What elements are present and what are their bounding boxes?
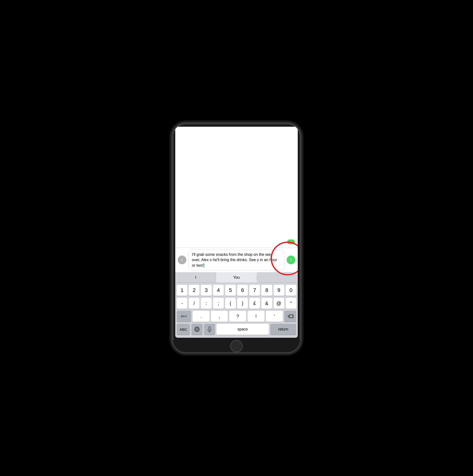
send-arrow-icon: ↑ xyxy=(290,257,292,262)
key-dash[interactable]: - xyxy=(177,298,187,309)
keyboard-row-special: #+= . , ? ! ' xyxy=(177,311,296,322)
keyboard: 1 2 3 4 5 6 7 8 9 0 - / : ; ( ) £ & xyxy=(175,283,298,338)
key-period[interactable]: . xyxy=(193,311,210,322)
key-exclamation[interactable]: ! xyxy=(248,311,264,322)
key-pound[interactable]: £ xyxy=(249,298,260,309)
key-delete[interactable] xyxy=(284,311,296,322)
keyboard-row-bottom: ABC xyxy=(177,324,296,335)
text-cursor xyxy=(204,263,204,268)
key-6[interactable]: 6 xyxy=(237,285,248,296)
autocomplete-item-empty[interactable] xyxy=(257,272,298,283)
key-microphone[interactable] xyxy=(204,324,215,335)
key-1[interactable]: 1 xyxy=(177,285,187,296)
key-at[interactable]: @ xyxy=(274,298,284,309)
home-button[interactable] xyxy=(230,340,243,352)
key-4[interactable]: 4 xyxy=(213,285,224,296)
key-close-paren[interactable]: ) xyxy=(237,298,248,309)
key-colon[interactable]: : xyxy=(201,298,211,309)
delete-icon xyxy=(287,314,294,319)
key-8[interactable]: 8 xyxy=(261,285,272,296)
expand-button[interactable]: › xyxy=(178,255,186,264)
messages-area xyxy=(175,127,298,248)
globe-icon xyxy=(194,326,200,332)
key-globe[interactable] xyxy=(191,324,202,335)
keyboard-row-numbers: 1 2 3 4 5 6 7 8 9 0 xyxy=(177,285,296,296)
input-text: I'll grab some snacks from the shop on t… xyxy=(192,253,277,267)
key-abc[interactable]: ABC xyxy=(177,324,190,335)
key-ampersand[interactable]: & xyxy=(261,298,272,309)
home-indicator-area xyxy=(173,340,300,352)
key-0[interactable]: 0 xyxy=(286,285,296,296)
key-5[interactable]: 5 xyxy=(225,285,236,296)
key-comma[interactable]: , xyxy=(211,311,228,322)
key-2[interactable]: 2 xyxy=(189,285,199,296)
microphone-icon xyxy=(207,326,212,332)
key-7[interactable]: 7 xyxy=(249,285,260,296)
key-3[interactable]: 3 xyxy=(201,285,211,296)
autocomplete-bar: I You xyxy=(175,272,298,283)
key-apostrophe[interactable]: ' xyxy=(266,311,283,322)
key-slash[interactable]: / xyxy=(189,298,199,309)
key-hashtag-plus-equals[interactable]: #+= xyxy=(177,311,191,322)
text-input-wrapper: 113/160 I'll grab some snacks from the s… xyxy=(188,250,285,270)
autocomplete-label-you: You xyxy=(233,275,240,280)
key-open-paren[interactable]: ( xyxy=(225,298,236,309)
input-area: › 113/160 I'll grab some snacks from the… xyxy=(175,248,298,272)
chevron-right-icon: › xyxy=(181,257,183,263)
autocomplete-label-i: I xyxy=(195,275,196,280)
key-semicolon[interactable]: ; xyxy=(213,298,224,309)
message-text-input[interactable]: I'll grab some snacks from the shop on t… xyxy=(188,250,285,270)
key-9[interactable]: 9 xyxy=(274,285,284,296)
key-quote[interactable]: " xyxy=(286,298,296,309)
send-button[interactable]: ↑ xyxy=(287,255,295,264)
autocomplete-item-you[interactable]: You xyxy=(216,272,257,283)
phone-frame: › 113/160 I'll grab some snacks from the… xyxy=(171,122,302,354)
autocomplete-item-i[interactable]: I xyxy=(175,272,216,283)
key-return[interactable]: return xyxy=(270,324,296,335)
keyboard-row-symbols: - / : ; ( ) £ & @ " xyxy=(177,298,296,309)
phone-screen: › 113/160 I'll grab some snacks from the… xyxy=(175,127,298,338)
svg-rect-7 xyxy=(209,327,210,330)
key-question[interactable]: ? xyxy=(229,311,246,322)
key-space[interactable]: space xyxy=(217,324,269,335)
message-bubble-incoming xyxy=(287,239,295,244)
